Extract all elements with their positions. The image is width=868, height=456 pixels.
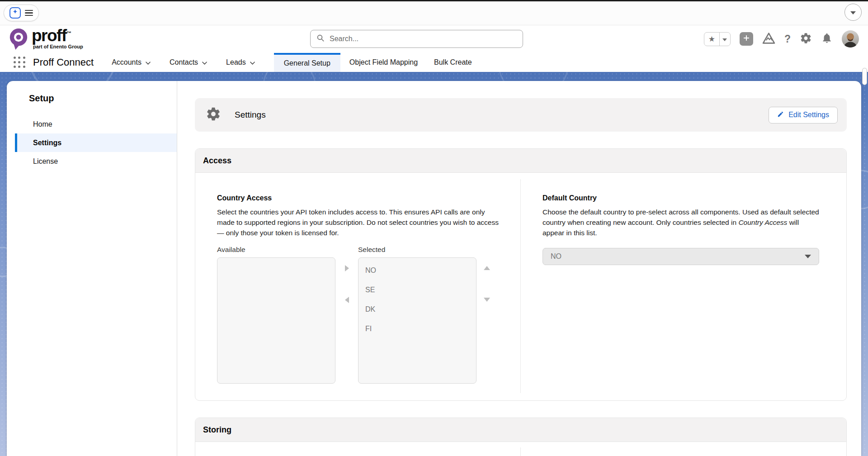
assistant-extension-button[interactable] xyxy=(9,7,21,19)
app-name[interactable]: Proff Connect xyxy=(33,57,94,68)
default-country-label: Default Country xyxy=(542,194,819,202)
header-icon-row: ★ ? xyxy=(704,30,859,48)
search-input[interactable] xyxy=(329,34,523,43)
edit-settings-label: Edit Settings xyxy=(788,111,829,119)
brand-wordmark: proff xyxy=(32,26,66,45)
content-canvas: Setup Home Settings License Settings xyxy=(7,81,861,456)
trademark-symbol: ™ xyxy=(66,30,71,36)
mountain-badge-icon xyxy=(762,32,775,46)
default-country-description: Choose the default country to pre-select… xyxy=(542,207,819,238)
proff-logo: proff™ part of Enento Group xyxy=(8,27,83,53)
selected-option[interactable]: SE xyxy=(359,280,476,299)
bell-icon xyxy=(821,32,833,46)
page-scrollbar-thumb[interactable] xyxy=(862,68,867,85)
sidebar-item-home[interactable]: Home xyxy=(15,115,177,133)
sparkle-icon xyxy=(12,9,19,17)
question-mark-icon: ? xyxy=(784,33,791,45)
chevron-down-icon xyxy=(250,58,255,66)
selected-option[interactable]: FI xyxy=(359,319,476,338)
country-access-description: Select the countries your API token incl… xyxy=(217,207,500,238)
guidance-center-button[interactable] xyxy=(762,32,775,46)
nav-tab-general-setup[interactable]: General Setup xyxy=(274,53,340,72)
favorites-menu-button[interactable] xyxy=(720,33,730,46)
nav-item-accounts[interactable]: Accounts xyxy=(112,58,151,66)
main-content: Settings Edit Settings Access Count xyxy=(177,81,861,456)
settings-page-header-card: Settings Edit Settings xyxy=(195,98,847,132)
user-avatar[interactable] xyxy=(842,30,859,48)
app-nav-bar: Proff Connect Accounts Contacts Leads Ge… xyxy=(0,53,868,72)
storing-section-card: Storing xyxy=(195,418,847,456)
nav-tab-object-field-mapping[interactable]: Object Field Mapping xyxy=(349,58,418,66)
chevron-down-icon xyxy=(805,255,811,258)
country-dual-listbox: Available Selecte xyxy=(217,245,500,384)
screen: proff™ part of Enento Group ★ xyxy=(0,0,868,456)
app-launcher-icon[interactable] xyxy=(14,57,26,69)
sidebar-item-settings[interactable]: Settings xyxy=(15,133,177,152)
gear-icon xyxy=(206,106,221,124)
app-header: proff™ part of Enento Group ★ xyxy=(0,25,868,53)
default-country-value: NO xyxy=(551,252,561,261)
country-access-label: Country Access xyxy=(217,194,500,202)
access-section-card: Access Country Access Select the countri… xyxy=(195,148,847,401)
menu-icon[interactable] xyxy=(25,10,33,16)
move-down-icon[interactable] xyxy=(484,298,490,302)
search-icon xyxy=(316,34,325,44)
browser-extension-pill xyxy=(4,5,39,21)
nav-item-leads[interactable]: Leads xyxy=(226,58,255,66)
sidebar-item-license[interactable]: License xyxy=(15,152,177,171)
column-divider xyxy=(520,179,521,393)
nav-tab-bulk-create[interactable]: Bulk Create xyxy=(434,58,472,66)
chevron-down-icon xyxy=(722,38,727,41)
help-button[interactable]: ? xyxy=(784,33,791,45)
global-search xyxy=(310,30,523,48)
move-arrows xyxy=(335,245,358,384)
available-label: Available xyxy=(217,245,335,254)
column-divider xyxy=(520,447,521,456)
nav-item-label: Accounts xyxy=(112,58,142,66)
setup-sidebar: Setup Home Settings License xyxy=(7,81,177,456)
plus-icon xyxy=(742,34,750,44)
nav-item-contacts[interactable]: Contacts xyxy=(170,58,207,66)
selected-option[interactable]: DK xyxy=(359,299,476,319)
selected-option[interactable]: NO xyxy=(359,261,476,280)
chrome-dropdown-button[interactable] xyxy=(844,4,862,21)
storing-section-title: Storing xyxy=(195,418,846,442)
favorite-star-icon[interactable]: ★ xyxy=(704,33,720,46)
country-access-column: Country Access Select the countries your… xyxy=(195,173,520,400)
move-up-icon[interactable] xyxy=(484,266,490,270)
gear-icon xyxy=(800,32,812,46)
pencil-icon xyxy=(777,111,784,119)
selected-label: Selected xyxy=(358,245,476,254)
setup-gear-button[interactable] xyxy=(800,32,812,46)
available-listbox[interactable] xyxy=(217,257,335,384)
page-title: Settings xyxy=(235,110,266,120)
favorites-split-button: ★ xyxy=(704,32,731,46)
description-italic: Country Access xyxy=(738,218,787,226)
chevron-down-icon xyxy=(202,58,207,66)
notifications-button[interactable] xyxy=(821,32,833,46)
proff-pin-icon xyxy=(8,27,29,53)
brand-tagline: part of Enento Group xyxy=(33,44,83,49)
default-country-column: Default Country Choose the default count… xyxy=(520,173,846,400)
nav-item-label: Contacts xyxy=(170,58,198,66)
move-right-icon[interactable] xyxy=(345,265,349,271)
global-actions-button[interactable] xyxy=(740,32,753,46)
default-country-select[interactable]: NO xyxy=(542,248,819,265)
chevron-down-icon xyxy=(850,11,856,14)
chevron-down-icon xyxy=(146,58,151,66)
browser-chrome xyxy=(0,0,868,25)
reorder-arrows xyxy=(476,245,496,384)
edit-settings-button[interactable]: Edit Settings xyxy=(769,107,838,124)
sidebar-title: Setup xyxy=(29,93,177,104)
nav-item-label: Leads xyxy=(226,58,246,66)
access-section-body: Country Access Select the countries your… xyxy=(195,173,846,400)
access-section-title: Access xyxy=(195,149,846,173)
selected-listbox[interactable]: NOSEDKFI xyxy=(358,257,476,384)
storing-section-body xyxy=(195,442,846,456)
lightning-background: Setup Home Settings License Settings xyxy=(0,72,868,456)
move-left-icon[interactable] xyxy=(345,297,349,303)
window-top-line xyxy=(0,0,868,1)
